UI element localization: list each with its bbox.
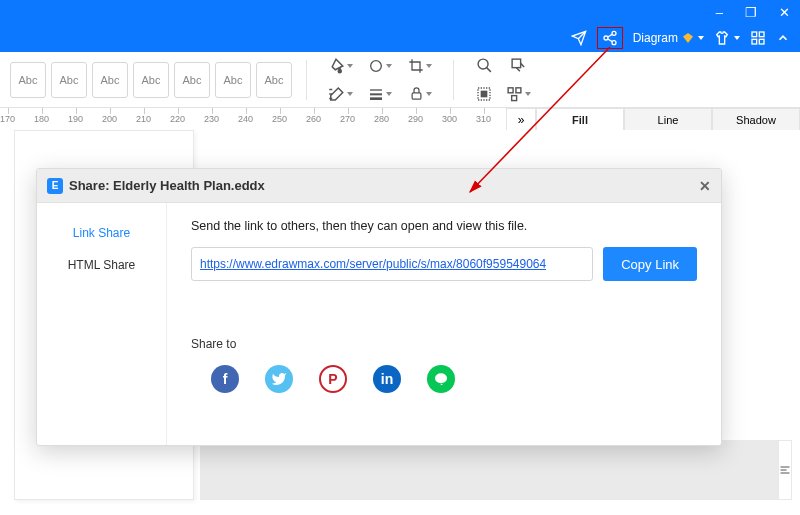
format-tools	[321, 54, 439, 106]
lock-icon[interactable]	[401, 86, 439, 101]
svg-rect-8	[370, 89, 382, 90]
ruler-row: 1701801902002102202302402502602702802903…	[0, 108, 800, 130]
dialog-title: Share: Elderly Health Plan.eddx	[69, 178, 265, 193]
window-maximize[interactable]: ❐	[745, 5, 757, 20]
sidebar-item-link-share[interactable]: Link Share	[37, 217, 166, 249]
facebook-icon[interactable]: f	[211, 365, 239, 393]
style-preset[interactable]: Abc	[215, 62, 251, 98]
svg-point-20	[435, 373, 447, 383]
svg-point-0	[612, 31, 616, 35]
share-link-field[interactable]: https://www.edrawmax.com/server/public/s…	[191, 247, 593, 281]
svg-point-12	[478, 59, 488, 69]
crop-icon[interactable]	[401, 58, 439, 74]
style-preset[interactable]: Abc	[256, 62, 292, 98]
layout-icon[interactable]	[502, 82, 534, 106]
select-all-icon[interactable]	[468, 82, 500, 106]
collapse-panel-button[interactable]: »	[506, 108, 536, 130]
collapse-ribbon-icon[interactable]	[776, 31, 790, 45]
svg-rect-17	[515, 88, 520, 93]
svg-rect-15	[481, 91, 486, 96]
divider	[453, 60, 454, 100]
svg-rect-5	[752, 39, 757, 44]
window-minimize[interactable]: –	[716, 5, 723, 20]
tab-shadow[interactable]: Shadow	[712, 108, 800, 130]
canvas-background	[200, 440, 790, 500]
style-presets: AbcAbcAbcAbcAbcAbcAbc	[10, 62, 292, 98]
search-icon[interactable]	[468, 54, 500, 78]
share-dialog: E Share: Elderly Health Plan.eddx ✕ Link…	[36, 168, 722, 446]
svg-rect-4	[759, 32, 764, 37]
pinterest-icon[interactable]: P	[319, 365, 347, 393]
svg-rect-9	[370, 93, 382, 95]
find-tools	[468, 54, 534, 106]
dialog-sidebar: Link Share HTML Share	[37, 203, 167, 445]
shape-outline-icon[interactable]	[361, 58, 399, 74]
window-close[interactable]: ✕	[779, 5, 790, 20]
svg-rect-16	[508, 88, 513, 93]
apps-icon[interactable]	[750, 30, 766, 46]
svg-rect-11	[412, 93, 421, 99]
svg-rect-6	[759, 39, 764, 44]
svg-rect-10	[370, 97, 382, 100]
svg-point-1	[604, 36, 608, 40]
app-logo-icon: E	[47, 178, 63, 194]
style-preset[interactable]: Abc	[92, 62, 128, 98]
side-panel-tabs: » Fill Line Shadow	[506, 108, 800, 130]
tshirt-icon[interactable]	[714, 30, 740, 46]
copy-link-button[interactable]: Copy Link	[603, 247, 697, 281]
twitter-icon[interactable]	[265, 365, 293, 393]
toggle-panel-icon[interactable]	[778, 440, 792, 500]
share-icon[interactable]	[597, 27, 623, 49]
line-icon[interactable]	[427, 365, 455, 393]
line-weight-icon[interactable]	[361, 86, 399, 102]
tab-fill[interactable]: Fill	[536, 108, 624, 130]
svg-rect-13	[512, 59, 521, 68]
titlebar: – ❐ ✕	[0, 0, 800, 24]
svg-point-2	[612, 41, 616, 45]
style-preset[interactable]: Abc	[10, 62, 46, 98]
svg-rect-18	[511, 96, 516, 101]
share-link[interactable]: https://www.edrawmax.com/server/public/s…	[200, 257, 546, 271]
linkedin-icon[interactable]: in	[373, 365, 401, 393]
replace-icon[interactable]	[502, 54, 534, 78]
dialog-header: E Share: Elderly Health Plan.eddx ✕	[37, 169, 721, 203]
dialog-main: Send the link to others, then they can o…	[167, 203, 721, 445]
style-preset[interactable]: Abc	[51, 62, 87, 98]
divider	[306, 60, 307, 100]
share-to-label: Share to	[191, 337, 697, 351]
social-row: f P in	[191, 365, 697, 393]
toolbar: AbcAbcAbcAbcAbcAbcAbc	[0, 52, 800, 108]
svg-point-7	[371, 60, 382, 71]
send-icon[interactable]	[571, 30, 587, 46]
dialog-close-button[interactable]: ✕	[699, 178, 711, 194]
sidebar-item-html-share[interactable]: HTML Share	[37, 249, 166, 281]
fill-bucket-icon[interactable]	[321, 57, 359, 75]
share-instruction: Send the link to others, then they can o…	[191, 219, 697, 233]
line-style-icon[interactable]	[321, 85, 359, 103]
svg-rect-3	[752, 32, 757, 37]
style-preset[interactable]: Abc	[133, 62, 169, 98]
tab-line[interactable]: Line	[624, 108, 712, 130]
style-preset[interactable]: Abc	[174, 62, 210, 98]
menubar: Diagram	[0, 24, 800, 52]
diagram-menu[interactable]: Diagram	[633, 31, 704, 45]
